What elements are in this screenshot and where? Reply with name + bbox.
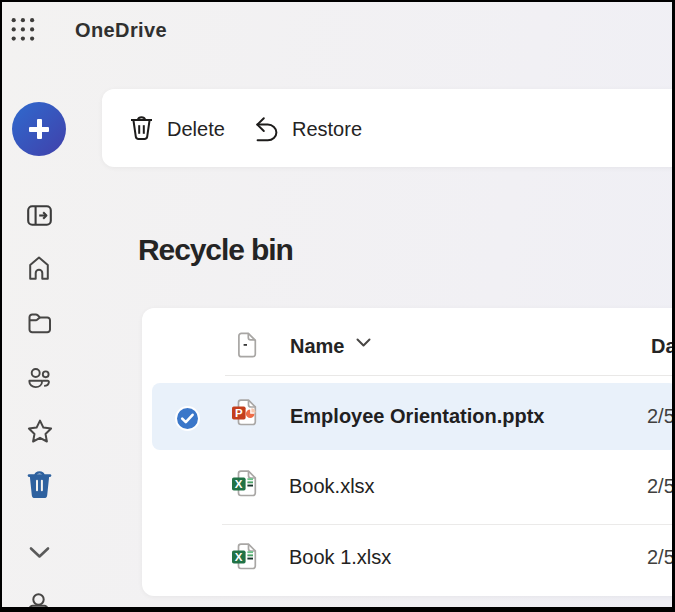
svg-text:X: X [235,551,243,563]
svg-text:P: P [235,407,243,419]
svg-text:X: X [235,478,243,490]
